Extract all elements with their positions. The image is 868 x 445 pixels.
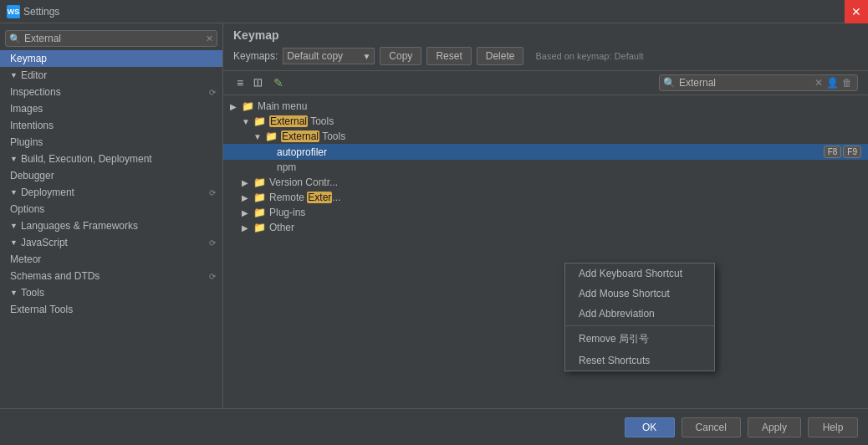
tree-item-main-menu[interactable]: ▶ 📁 Main menu	[223, 99, 868, 114]
keymap-search-box[interactable]: 🔍 ✕ 👤 🗑	[659, 74, 858, 91]
apply-button[interactable]: Apply	[748, 417, 801, 437]
tree-item-label: Version Contr...	[269, 176, 338, 188]
tree-item-plugins[interactable]: ▶ 📁 Plug-ins	[223, 205, 868, 220]
tree-area: ▶ 📁 Main menu ▼ 📁 External Tools ▼ 📁 Ext…	[223, 95, 868, 408]
close-button[interactable]: ✕	[845, 0, 868, 23]
plugins-arrow: ▶	[242, 208, 252, 217]
toolbar-row: ≡ ⊟ ✎ 🔍 ✕ 👤 🗑	[223, 71, 868, 95]
sidebar-item-debugger[interactable]: Debugger	[0, 167, 222, 184]
sidebar-item-tools[interactable]: ▼ Tools	[0, 284, 222, 301]
keymap-dropdown[interactable]: Default copy ▼	[283, 48, 375, 64]
keymap-dropdown-arrow: ▼	[362, 52, 370, 61]
sidebar-search-clear-icon[interactable]: ✕	[206, 33, 213, 44]
tree-item-other[interactable]: ▶ 📁 Other	[223, 220, 868, 235]
context-menu-add-keyboard[interactable]: Add Keyboard Shortcut	[565, 263, 714, 284]
keymap-search-person-icon[interactable]: 👤	[825, 77, 840, 89]
sidebar-item-inspections[interactable]: Inspections ⟳	[0, 84, 222, 100]
reset-button[interactable]: Reset	[426, 47, 471, 65]
ok-button[interactable]: OK	[625, 417, 675, 437]
tree-item-external-tools-1[interactable]: ▼ 📁 External Tools	[223, 114, 868, 129]
javascript-arrow: ▼	[10, 238, 18, 247]
sidebar-item-javascript[interactable]: ▼ JavaScript ⟳	[0, 234, 222, 251]
tree-item-label: Remote Exter...	[269, 192, 340, 203]
sidebar-item-deployment[interactable]: ▼ Deployment ⟳	[0, 184, 222, 201]
help-button[interactable]: Help	[808, 417, 858, 437]
build-arrow: ▼	[10, 155, 18, 163]
sidebar: 🔍 ✕ Keymap ▼ Editor Inspections ⟳ Images	[0, 23, 223, 408]
sidebar-item-label: Build, Execution, Deployment	[21, 153, 152, 165]
schemas-sync-icon: ⟳	[209, 272, 216, 281]
sidebar-item-options[interactable]: Options	[0, 201, 222, 217]
sidebar-item-label: Tools	[21, 287, 44, 299]
delete-button[interactable]: Delete	[477, 47, 524, 65]
remote-external-folder-icon: 📁	[253, 192, 266, 203]
tree-item-label: Main menu	[258, 100, 307, 112]
tree-item-label: Other	[269, 222, 294, 233]
tree-item-external-tools-2[interactable]: ▼ 📁 External Tools	[223, 129, 868, 144]
sidebar-item-label: Meteor	[10, 253, 41, 265]
keymap-search-trash-icon[interactable]: 🗑	[840, 77, 854, 89]
other-folder-icon: 📁	[253, 222, 266, 233]
npm-arrow	[265, 163, 275, 172]
sidebar-item-intentions[interactable]: Intentions	[0, 117, 222, 134]
keymap-search-input[interactable]	[679, 77, 813, 89]
sidebar-item-label: Inspections	[10, 86, 61, 98]
sidebar-search-input[interactable]	[24, 33, 206, 44]
sidebar-item-images[interactable]: Images	[0, 100, 222, 117]
remote-external-arrow: ▶	[242, 193, 252, 202]
sidebar-item-external-tools[interactable]: External Tools	[0, 301, 222, 318]
editor-arrow: ▼	[10, 71, 18, 79]
keymap-title: Keymap	[233, 28, 858, 42]
sidebar-search-box[interactable]: 🔍 ✕	[5, 30, 217, 47]
context-menu-add-mouse[interactable]: Add Mouse Shortcut	[565, 284, 714, 304]
keymap-dropdown-value: Default copy	[287, 50, 359, 62]
sidebar-item-keymap[interactable]: Keymap	[0, 50, 222, 67]
version-control-arrow: ▶	[242, 178, 252, 187]
sidebar-item-build[interactable]: ▼ Build, Execution, Deployment	[0, 151, 222, 167]
expand-icon: ≡	[237, 76, 243, 90]
main-menu-folder-icon: 📁	[242, 100, 254, 112]
based-on-label: Based on keymap: Default	[535, 51, 643, 61]
sidebar-item-editor[interactable]: ▼ Editor	[0, 67, 222, 84]
context-menu: Add Keyboard Shortcut Add Mouse Shortcut…	[564, 263, 715, 371]
bottom-bar: OK Cancel Apply Help	[0, 408, 868, 445]
sidebar-item-label: Languages & Frameworks	[21, 220, 138, 232]
version-control-folder-icon: 📁	[253, 176, 266, 188]
context-menu-reset-shortcuts[interactable]: Reset Shortcuts	[565, 350, 714, 371]
sidebar-item-plugins[interactable]: Plugins	[0, 134, 222, 151]
keymap-header: Keymap Keymaps: Default copy ▼ Copy Rese…	[223, 23, 868, 71]
sidebar-item-languages[interactable]: ▼ Languages & Frameworks	[0, 217, 222, 234]
sidebar-item-label: Plugins	[10, 136, 43, 148]
edit-button[interactable]: ✎	[270, 74, 287, 91]
shortcut-key-1: F8	[824, 146, 842, 158]
copy-button[interactable]: Copy	[380, 47, 421, 65]
autoprofiler-arrow	[265, 147, 275, 156]
context-menu-remove[interactable]: Remove 局引号	[565, 328, 714, 350]
keymap-search-clear-icon[interactable]: ✕	[813, 77, 825, 89]
sidebar-item-schemas[interactable]: Schemas and DTDs ⟳	[0, 268, 222, 284]
tree-item-label: npm	[277, 161, 296, 173]
sidebar-item-label: Editor	[21, 69, 47, 81]
sidebar-item-label: Intentions	[10, 120, 54, 131]
sidebar-item-label: Schemas and DTDs	[10, 270, 100, 282]
tree-item-autoprofiler[interactable]: autoprofiler F8 F9	[223, 144, 868, 160]
cancel-button[interactable]: Cancel	[682, 417, 741, 437]
tree-item-version-control[interactable]: ▶ 📁 Version Contr...	[223, 175, 868, 190]
tree-item-npm[interactable]: npm	[223, 160, 868, 175]
expand-all-button[interactable]: ≡	[233, 74, 247, 91]
plugins-folder-icon: 📁	[253, 207, 266, 218]
other-arrow: ▶	[242, 223, 252, 233]
tree-item-remote-external[interactable]: ▶ 📁 Remote Exter...	[223, 190, 868, 205]
sidebar-item-meteor[interactable]: Meteor	[0, 251, 222, 268]
sidebar-item-label: Keymap	[10, 53, 47, 64]
collapse-all-button[interactable]: ⊟	[250, 74, 267, 91]
sidebar-item-label: Images	[10, 103, 43, 115]
context-menu-add-abbreviation[interactable]: Add Abbreviation	[565, 304, 714, 324]
tree-item-label: External Tools	[269, 115, 334, 127]
deployment-sync-icon: ⟳	[209, 188, 216, 197]
collapse-icon: ⊟	[252, 78, 265, 88]
tree-item-label: autoprofiler	[277, 146, 327, 158]
sync-icon: ⟳	[209, 88, 216, 97]
external-tools-2-arrow: ▼	[253, 132, 263, 141]
javascript-sync-icon: ⟳	[209, 238, 216, 248]
